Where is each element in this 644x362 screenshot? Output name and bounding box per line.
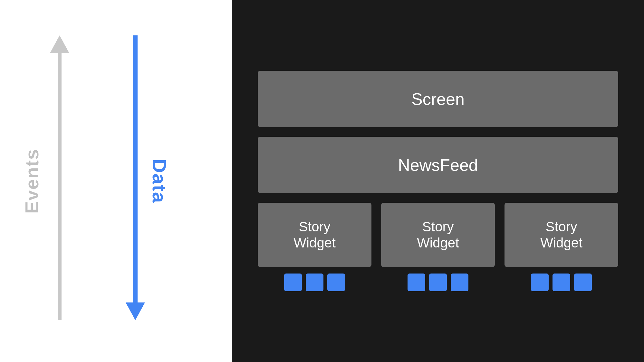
story-dot-1-3	[327, 274, 345, 291]
data-label: Data	[148, 159, 170, 203]
story-dot-3-2	[553, 274, 570, 291]
story-widget-box-3: StoryWidget	[505, 203, 618, 267]
story-widget-label-1: StoryWidget	[293, 219, 336, 251]
story-widget-group-2: StoryWidget	[381, 203, 495, 291]
left-panel: Events Data	[0, 0, 232, 362]
data-arrow-container	[126, 35, 145, 320]
story-dot-1-2	[306, 274, 323, 291]
story-dot-2-3	[451, 274, 468, 291]
story-dot-2-1	[408, 274, 425, 291]
story-widget-group-3: StoryWidget	[505, 203, 618, 291]
story-widget-group-1: StoryWidget	[258, 203, 371, 291]
story-dot-2-2	[429, 274, 447, 291]
story-widget-dots-3	[531, 274, 592, 291]
story-dot-3-1	[531, 274, 549, 291]
story-widget-dots-1	[284, 274, 345, 291]
events-arrow-head	[50, 35, 69, 53]
data-arrow-shaft	[133, 35, 138, 302]
story-dot-1-1	[284, 274, 302, 291]
right-panel: Screen NewsFeed StoryWidget StoryWidget	[232, 0, 644, 362]
story-widget-box-2: StoryWidget	[381, 203, 495, 267]
newsfeed-box: NewsFeed	[258, 137, 618, 193]
events-arrow-container	[50, 35, 69, 320]
screen-box: Screen	[258, 71, 618, 127]
story-widget-box-1: StoryWidget	[258, 203, 371, 267]
events-arrow-shaft	[58, 53, 62, 320]
events-label: Events	[21, 148, 43, 213]
story-dot-3-3	[574, 274, 592, 291]
story-widgets-row: StoryWidget StoryWidget StoryWidget	[258, 203, 618, 291]
data-arrow-head	[126, 302, 145, 320]
story-widget-dots-2	[408, 274, 468, 291]
story-widget-label-3: StoryWidget	[540, 219, 582, 251]
newsfeed-label: NewsFeed	[398, 155, 478, 175]
story-widget-label-2: StoryWidget	[417, 219, 459, 251]
screen-label: Screen	[411, 89, 465, 109]
